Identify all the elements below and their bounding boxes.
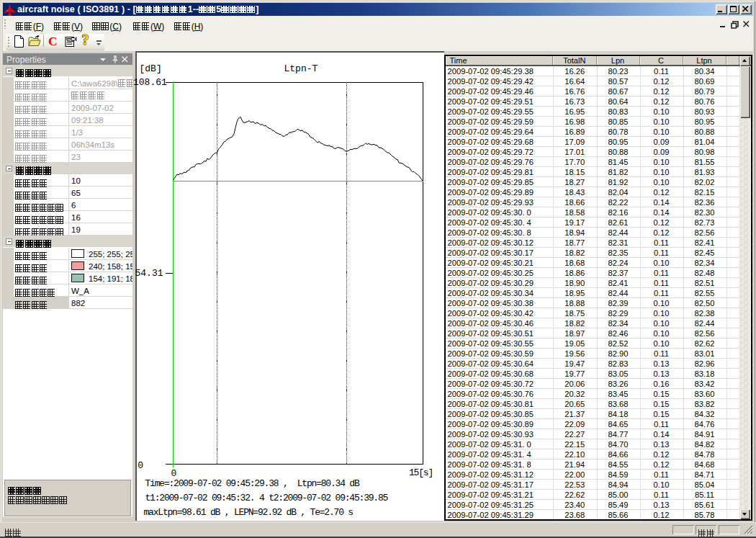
svg-text:?: ?: [82, 34, 89, 47]
